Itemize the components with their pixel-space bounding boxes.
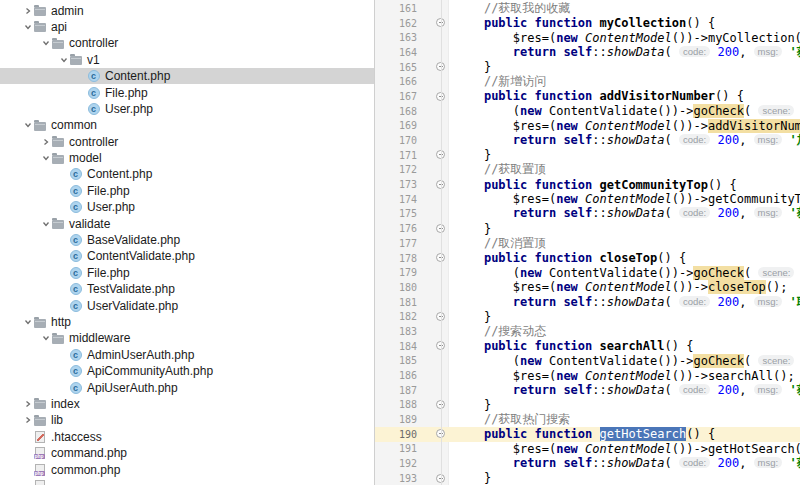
tree-item-validate[interactable]: validate <box>0 215 374 231</box>
code-line[interactable]: 164 return self::showData( code: 200, ms… <box>375 45 800 60</box>
code-text: //获取热门搜索 <box>449 411 570 428</box>
line-number[interactable]: 187 <box>375 385 449 396</box>
tree-item-partial-row[interactable]: php <box>0 478 374 485</box>
code-line-current[interactable]: 190 public function getHotSearch() { <box>375 427 800 442</box>
tree-item-content.php[interactable]: cContent.php <box>0 166 374 182</box>
chevron-right-icon[interactable] <box>22 415 33 425</box>
chevron-down-icon[interactable] <box>22 317 33 327</box>
line-number[interactable]: 181 <box>375 297 449 308</box>
code-line[interactable]: 172 //获取置顶 <box>375 163 800 178</box>
tree-item-file.php[interactable]: cFile.php <box>0 84 374 100</box>
chevron-down-icon[interactable] <box>40 333 51 343</box>
line-number[interactable]: 186 <box>375 370 449 381</box>
code-line[interactable]: 173 public function getCommunityTop() { <box>375 177 800 192</box>
line-number[interactable]: 183 <box>375 326 449 337</box>
tree-item-basevalidate.php[interactable]: cBaseValidate.php <box>0 232 374 248</box>
code-line[interactable]: 178 public function closeTop() { <box>375 251 800 266</box>
tree-item-testvalidate.php[interactable]: cTestValidate.php <box>0 281 374 297</box>
code-line[interactable]: 185 (new ContentValidate())->goCheck( sc… <box>375 354 800 369</box>
code-line[interactable]: 183 //搜索动态 <box>375 324 800 339</box>
tree-item-lib[interactable]: lib <box>0 412 374 428</box>
tree-item-api[interactable]: api <box>0 19 374 35</box>
code-line[interactable]: 191 $res=(new ContentModel())->getHotSea… <box>375 442 800 457</box>
line-number[interactable]: 191 <box>375 443 449 454</box>
code-line[interactable]: 193 } <box>375 471 800 485</box>
code-line[interactable]: 188 } <box>375 398 800 413</box>
code-line[interactable]: 175 return self::showData( code: 200, ms… <box>375 207 800 222</box>
tree-item-model[interactable]: model <box>0 150 374 166</box>
tree-item-v1[interactable]: v1 <box>0 52 374 68</box>
code-line[interactable]: 187 return self::showData( code: 200, ms… <box>375 383 800 398</box>
chevron-down-icon[interactable] <box>40 153 51 163</box>
code-line[interactable]: 166 //新增访问 <box>375 74 800 89</box>
code-line[interactable]: 192 return self::showData( code: 200, ms… <box>375 456 800 471</box>
code-line[interactable]: 170 return self::showData( code: 200, ms… <box>375 133 800 148</box>
tree-item-uservalidate.php[interactable]: cUserValidate.php <box>0 297 374 313</box>
code-line[interactable]: 177 //取消置顶 <box>375 236 800 251</box>
code-line[interactable]: 169 $res=(new ContentModel())->addVisito… <box>375 119 800 134</box>
code-line[interactable]: 179 (new ContentValidate())->goCheck( sc… <box>375 265 800 280</box>
chevron-down-icon[interactable] <box>22 22 33 32</box>
tree-item-file.php[interactable]: cFile.php <box>0 183 374 199</box>
chevron-down-icon[interactable] <box>22 120 33 130</box>
chevron-right-icon[interactable] <box>22 399 33 409</box>
code-line[interactable]: 176 } <box>375 221 800 236</box>
chevron-down-icon[interactable] <box>40 219 51 229</box>
line-number[interactable]: 192 <box>375 458 449 469</box>
tree-item-index[interactable]: index <box>0 396 374 412</box>
tree-item-controller[interactable]: controller <box>0 134 374 150</box>
line-number[interactable]: 180 <box>375 282 449 293</box>
code-line[interactable]: 189 //获取热门搜索 <box>375 412 800 427</box>
tree-item-file.php[interactable]: cFile.php <box>0 265 374 281</box>
chevron-down-icon[interactable] <box>58 55 69 65</box>
code-line[interactable]: 182 } <box>375 309 800 324</box>
tree-item-middleware[interactable]: middleware <box>0 330 374 346</box>
chevron-right-icon[interactable] <box>22 6 33 16</box>
line-number[interactable]: 170 <box>375 135 449 146</box>
line-number[interactable]: 166 <box>375 76 449 87</box>
chevron-right-icon[interactable] <box>40 137 51 147</box>
tree-item-adminuserauth.php[interactable]: cAdminUserAuth.php <box>0 347 374 363</box>
code-line[interactable]: 167 public function addVisitorNumber() { <box>375 89 800 104</box>
code-line[interactable]: 165 } <box>375 60 800 75</box>
code-line[interactable]: 163 $res=(new ContentModel())->myCollect… <box>375 30 800 45</box>
code-text: } <box>449 398 491 412</box>
tree-item-command.php[interactable]: phpcommand.php <box>0 445 374 461</box>
line-number[interactable]: 172 <box>375 164 449 175</box>
tree-item-common.php[interactable]: phpcommon.php <box>0 461 374 477</box>
code-line[interactable]: 174 $res=(new ContentModel())->getCommun… <box>375 192 800 207</box>
tree-item-apicommunityauth.php[interactable]: cApiCommunityAuth.php <box>0 363 374 379</box>
code-line[interactable]: 186 $res=(new ContentModel())->searchAll… <box>375 368 800 383</box>
line-number[interactable]: 164 <box>375 47 449 58</box>
line-number[interactable]: 185 <box>375 355 449 366</box>
tree-item-content.php[interactable]: cContent.php <box>0 68 374 84</box>
tree-item-http[interactable]: http <box>0 314 374 330</box>
code-line[interactable]: 161 //获取我的收藏 <box>375 1 800 16</box>
tree-item-contentvalidate.php[interactable]: cContentValidate.php <box>0 248 374 264</box>
tree-item-user.php[interactable]: cUser.php <box>0 101 374 117</box>
line-number[interactable]: 177 <box>375 238 449 249</box>
chevron-down-icon[interactable] <box>40 38 51 48</box>
line-number[interactable]: 179 <box>375 267 449 278</box>
code-line[interactable]: 184 public function searchAll() { <box>375 339 800 354</box>
code-text: //搜索动态 <box>449 323 546 340</box>
line-number[interactable]: 163 <box>375 32 449 43</box>
line-number[interactable]: 168 <box>375 106 449 117</box>
code-line[interactable]: 180 $res=(new ContentModel())->closeTop(… <box>375 280 800 295</box>
tree-item-user.php[interactable]: cUser.php <box>0 199 374 215</box>
tree-item-controller[interactable]: controller <box>0 35 374 51</box>
line-number[interactable]: 189 <box>375 414 449 425</box>
code-line[interactable]: 171 } <box>375 148 800 163</box>
php-class-icon: c <box>69 201 82 213</box>
line-number[interactable]: 174 <box>375 194 449 205</box>
tree-item-common[interactable]: common <box>0 117 374 133</box>
line-number[interactable]: 175 <box>375 208 449 219</box>
code-line[interactable]: 181 return self::showData( code: 200, ms… <box>375 295 800 310</box>
line-number[interactable]: 169 <box>375 120 449 131</box>
line-number[interactable]: 161 <box>375 3 449 14</box>
tree-item-admin[interactable]: admin <box>0 2 374 18</box>
code-line[interactable]: 168 (new ContentValidate())->goCheck( sc… <box>375 104 800 119</box>
tree-item-apiuserauth.php[interactable]: cApiUserAuth.php <box>0 379 374 395</box>
tree-item-.htaccess[interactable]: .htaccess <box>0 429 374 445</box>
code-line[interactable]: 162 public function myCollection() { <box>375 16 800 31</box>
